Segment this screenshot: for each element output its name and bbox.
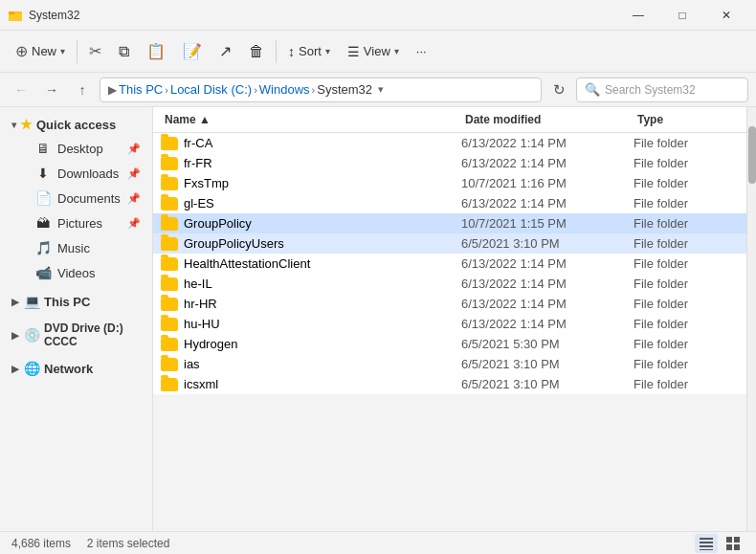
svg-rect-10 bbox=[734, 544, 740, 550]
file-name-text: fr-FR bbox=[184, 156, 212, 170]
paste-icon: 📋 bbox=[146, 42, 166, 60]
app-icon bbox=[8, 8, 23, 23]
col-date[interactable]: Date modified bbox=[461, 111, 634, 128]
sidebar-item-desktop[interactable]: 🖥 Desktop 📌 bbox=[19, 136, 148, 161]
folder-icon bbox=[161, 318, 178, 331]
more-button[interactable]: ··· bbox=[409, 39, 434, 63]
folder-icon bbox=[161, 137, 178, 150]
back-button[interactable]: ← bbox=[8, 77, 34, 103]
up-button[interactable]: ↑ bbox=[69, 77, 96, 103]
file-name-text: Hydrogen bbox=[184, 337, 237, 351]
table-row[interactable]: Hydrogen6/5/2021 5:30 PMFile folder bbox=[153, 334, 756, 354]
svg-rect-3 bbox=[700, 538, 713, 540]
scrollbar[interactable] bbox=[746, 107, 756, 531]
file-name-cell: he-IL bbox=[161, 277, 461, 291]
breadcrumb-bar[interactable]: ▶ This PC › Local Disk (C:) › Windows › … bbox=[100, 78, 542, 102]
network-section: ▶ 🌐 Network bbox=[0, 354, 152, 383]
table-row[interactable]: hr-HR6/13/2022 1:14 PMFile folder bbox=[153, 294, 756, 314]
breadcrumb-thispc[interactable]: This PC bbox=[119, 82, 163, 97]
copy-button[interactable]: ⧉ bbox=[111, 38, 137, 65]
quick-access-header[interactable]: ▾ ★ Quick access bbox=[4, 113, 148, 136]
sidebar-item-pictures[interactable]: 🏔 Pictures 📌 bbox=[19, 211, 148, 235]
file-date: 6/13/2022 1:14 PM bbox=[461, 156, 634, 170]
sidebar: ▾ ★ Quick access 🖥 Desktop 📌 ⬇ Downloads… bbox=[0, 107, 153, 531]
svg-rect-9 bbox=[726, 544, 732, 550]
table-row[interactable]: he-IL6/13/2022 1:14 PMFile folder bbox=[153, 274, 756, 294]
cut-button[interactable]: ✂ bbox=[81, 37, 109, 65]
list-view-button[interactable] bbox=[695, 534, 718, 553]
file-date: 6/5/2021 3:10 PM bbox=[461, 236, 634, 251]
table-row[interactable]: icsxml6/5/2021 3:10 PMFile folder bbox=[153, 374, 756, 394]
delete-icon: 🗑 bbox=[249, 43, 264, 60]
file-name-cell: fr-FR bbox=[161, 156, 461, 170]
item-count: 4,686 items bbox=[11, 537, 71, 550]
breadcrumb-expand[interactable]: ▾ bbox=[378, 83, 384, 96]
folder-icon bbox=[161, 298, 178, 311]
file-name-cell: icsxml bbox=[161, 377, 461, 391]
file-name-text: he-IL bbox=[184, 277, 212, 291]
col-type[interactable]: Type bbox=[634, 111, 748, 128]
table-row[interactable]: fr-CA6/13/2022 1:14 PMFile folder bbox=[153, 133, 756, 153]
breadcrumb-localdisk[interactable]: Local Disk (C:) bbox=[170, 82, 252, 97]
sidebar-item-music[interactable]: 🎵 Music bbox=[19, 235, 148, 260]
quick-access-section: ▾ ★ Quick access 🖥 Desktop 📌 ⬇ Downloads… bbox=[0, 111, 152, 287]
paste-button[interactable]: 📋 bbox=[139, 37, 173, 65]
table-row[interactable]: gl-ES6/13/2022 1:14 PMFile folder bbox=[153, 193, 756, 213]
documents-icon: 📄 bbox=[34, 189, 52, 207]
file-name-cell: gl-ES bbox=[161, 196, 461, 211]
dvd-header[interactable]: ▶ 💿 DVD Drive (D:) CCCC bbox=[4, 318, 148, 352]
search-bar[interactable]: 🔍 Search System32 bbox=[576, 78, 748, 102]
sidebar-item-documents[interactable]: 📄 Documents 📌 bbox=[19, 186, 148, 211]
thispc-label: This PC bbox=[44, 295, 90, 309]
sort-button[interactable]: ↕ Sort ▾ bbox=[280, 39, 338, 64]
file-name-text: fr-CA bbox=[184, 136, 212, 150]
table-row[interactable]: HealthAttestationClient6/13/2022 1:14 PM… bbox=[153, 254, 756, 274]
scrollbar-thumb[interactable] bbox=[748, 126, 756, 184]
file-type: File folder bbox=[634, 377, 748, 391]
window-title: System32 bbox=[29, 9, 616, 22]
new-icon: ⊕ bbox=[15, 42, 28, 60]
pin-icon-downloads: 📌 bbox=[127, 167, 141, 180]
file-type: File folder bbox=[634, 297, 748, 311]
svg-rect-7 bbox=[726, 537, 732, 543]
table-row[interactable]: GroupPolicyUsers6/5/2021 3:10 PMFile fol… bbox=[153, 233, 756, 254]
table-row[interactable]: fr-FR6/13/2022 1:14 PMFile folder bbox=[153, 153, 756, 173]
maximize-button[interactable]: □ bbox=[660, 0, 704, 31]
file-name-cell: HealthAttestationClient bbox=[161, 256, 461, 271]
file-date: 6/5/2021 5:30 PM bbox=[461, 337, 634, 351]
file-date: 10/7/2021 1:16 PM bbox=[461, 176, 634, 190]
file-list: fr-CA6/13/2022 1:14 PMFile folderfr-FR6/… bbox=[153, 133, 756, 394]
quick-access-expand-icon: ▾ bbox=[11, 120, 16, 130]
file-type: File folder bbox=[634, 156, 748, 170]
sidebar-item-downloads[interactable]: ⬇ Downloads 📌 bbox=[19, 161, 148, 186]
quick-access-label: Quick access bbox=[36, 118, 116, 132]
new-button[interactable]: ⊕ New ▾ bbox=[8, 37, 73, 65]
file-name-cell: ias bbox=[161, 357, 461, 371]
file-name-text: GroupPolicy bbox=[184, 216, 252, 231]
table-row[interactable]: FxsTmp10/7/2021 1:16 PMFile folder bbox=[153, 173, 756, 193]
grid-view-button[interactable] bbox=[722, 534, 745, 553]
sidebar-downloads-label: Downloads bbox=[57, 166, 119, 181]
col-name[interactable]: Name ▲ bbox=[161, 111, 461, 128]
view-button[interactable]: ☰ View ▾ bbox=[340, 39, 407, 64]
share-button[interactable]: ↗ bbox=[211, 37, 239, 65]
breadcrumb-windows[interactable]: Windows bbox=[259, 82, 310, 97]
table-row[interactable]: ias6/5/2021 3:10 PMFile folder bbox=[153, 354, 756, 374]
refresh-button[interactable]: ↻ bbox=[545, 77, 572, 103]
table-row[interactable]: GroupPolicy10/7/2021 1:15 PMFile folder bbox=[153, 213, 756, 233]
title-bar: System32 — □ ✕ bbox=[0, 0, 756, 31]
table-row[interactable]: hu-HU6/13/2022 1:14 PMFile folder bbox=[153, 314, 756, 334]
file-date: 10/7/2021 1:15 PM bbox=[461, 216, 634, 231]
file-date: 6/5/2021 3:10 PM bbox=[461, 357, 634, 371]
close-button[interactable]: ✕ bbox=[704, 0, 748, 31]
rename-button[interactable]: 📝 bbox=[175, 37, 210, 65]
minimize-button[interactable]: — bbox=[616, 0, 660, 31]
view-label: View bbox=[364, 44, 390, 58]
sidebar-item-videos[interactable]: 📹 Videos bbox=[19, 260, 148, 285]
file-date: 6/13/2022 1:14 PM bbox=[461, 297, 634, 311]
delete-button[interactable]: 🗑 bbox=[241, 38, 272, 65]
forward-button[interactable]: → bbox=[38, 77, 65, 103]
thispc-header[interactable]: ▶ 💻 This PC bbox=[4, 289, 148, 314]
network-header[interactable]: ▶ 🌐 Network bbox=[4, 356, 148, 381]
file-type: File folder bbox=[634, 337, 748, 351]
